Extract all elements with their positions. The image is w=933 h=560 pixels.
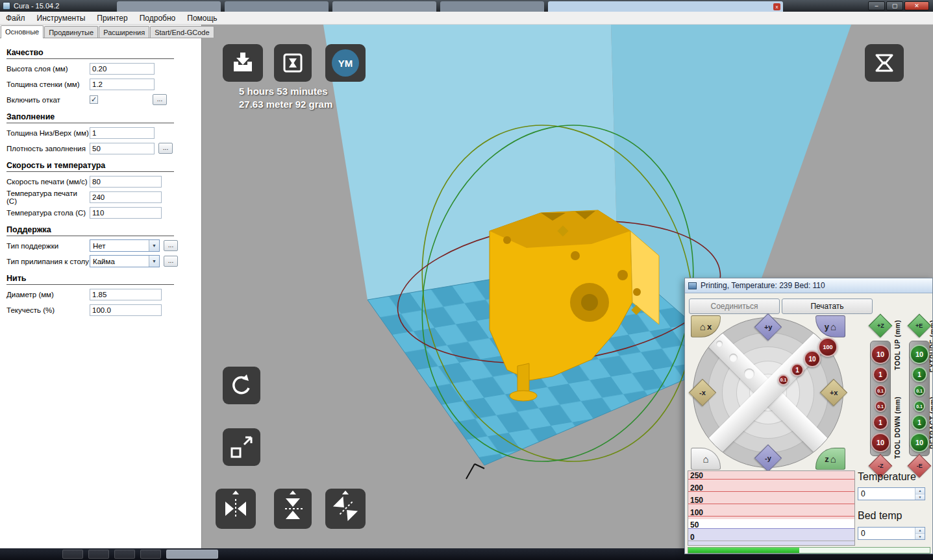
jog-hole <box>744 369 754 379</box>
scale-button[interactable] <box>223 428 260 466</box>
e-up-step-1[interactable]: 1 <box>912 367 927 382</box>
taskbar-item[interactable] <box>114 550 135 559</box>
temperature-input[interactable]: 0 ▲ ▼ <box>858 487 925 500</box>
menu-item-printer[interactable]: Принтер <box>91 12 133 24</box>
setting-label: Высота слоя (мм) <box>6 65 90 73</box>
z-up-step-1[interactable]: 1 <box>873 367 888 382</box>
support-type-select[interactable]: Нет ▼ <box>90 239 160 252</box>
menu-item-help[interactable]: Помощь <box>181 12 223 24</box>
print-temperature-input[interactable] <box>90 191 162 203</box>
save-toolpath-button[interactable] <box>274 44 312 82</box>
z-up-step-10[interactable]: 10 <box>871 345 890 364</box>
rotate-icon <box>229 373 254 398</box>
spin-up-icon[interactable]: ▲ <box>915 488 925 494</box>
menu-item-tools[interactable]: Инструменты <box>31 12 92 24</box>
tab-basic[interactable]: Основные <box>1 25 44 38</box>
tab-advanced[interactable]: Продвинутые <box>44 26 98 38</box>
e-up-label: +E <box>915 323 923 329</box>
jog-home-all-button[interactable]: ⌂ <box>691 448 721 470</box>
extrude-button[interactable]: +E <box>908 314 932 338</box>
jog-home-y-button[interactable]: y⌂ <box>815 315 845 337</box>
spin-down-icon[interactable]: ▼ <box>915 533 925 540</box>
home-icon: ⌂ <box>830 454 836 465</box>
tab-plugins[interactable]: Расширения <box>99 26 149 38</box>
extrude-label: EXTRUDE (mm) <box>929 320 933 372</box>
wall-thickness-input[interactable] <box>90 79 155 90</box>
setting-label: Включить откат <box>6 96 90 104</box>
z-up-step-0-1[interactable]: 0.1 <box>875 385 886 396</box>
spin-up-icon[interactable]: ▲ <box>915 528 925 533</box>
platform-adhesion-select[interactable]: Кайма ▼ <box>90 255 160 267</box>
adhesion-more-button[interactable]: ... <box>164 256 178 267</box>
jog-pad[interactable]: 100 10 1 0.1 ⌂x y⌂ ⌂ z⌂ +y -y -x +x <box>693 317 843 468</box>
graph-line <box>688 504 854 504</box>
filament-diameter-input[interactable] <box>90 289 162 300</box>
bedtemp-spinner: ▲ ▼ <box>915 528 925 539</box>
maximize-button[interactable]: ▢ <box>886 1 903 10</box>
menu-item-expert[interactable]: Подробно <box>134 12 182 24</box>
background-browser-tab[interactable] <box>332 1 436 12</box>
background-browser-tab[interactable] <box>225 1 329 12</box>
retraction-more-button[interactable]: ... <box>153 94 167 105</box>
print-speed-input[interactable] <box>90 176 162 188</box>
graph-tick-150: 150 <box>690 496 703 505</box>
screen: Cura - 15.04.2 x – ▢ ✕ Файл Инструменты … <box>0 0 933 560</box>
jog-step-1[interactable]: 1 <box>791 363 804 376</box>
e-up-step-0-1[interactable]: 0.1 <box>914 385 925 396</box>
background-browser-tab[interactable] <box>440 1 544 12</box>
section-title-fill: Заполнение <box>6 112 174 123</box>
jog-hole <box>716 341 723 347</box>
bed-temperature-input[interactable] <box>90 207 162 219</box>
minimize-button[interactable]: – <box>868 1 885 10</box>
menu-item-file[interactable]: Файл <box>0 12 31 24</box>
spin-down-icon[interactable]: ▼ <box>915 494 925 500</box>
taskbar-item[interactable] <box>88 550 109 559</box>
mirror-y-button[interactable] <box>274 489 312 529</box>
e-up-step-10[interactable]: 10 <box>910 345 929 364</box>
tab-start-end-gcode[interactable]: Start/End-GCode <box>150 26 214 38</box>
z-down-step-10[interactable]: 10 <box>871 433 890 452</box>
mirror-z-button[interactable] <box>325 489 366 529</box>
setting-row: Высота слоя (мм) <box>6 62 195 75</box>
load-model-button[interactable] <box>223 44 263 82</box>
z-down-step-1[interactable]: 1 <box>873 415 888 430</box>
layer-height-input[interactable] <box>90 63 155 75</box>
section-title-support: Поддержка <box>6 225 174 236</box>
mirror-z-icon <box>329 493 362 526</box>
jog-step-0-1[interactable]: 0.1 <box>778 374 789 385</box>
rotate-button[interactable] <box>223 367 260 404</box>
youmagine-button[interactable]: YM <box>325 44 366 82</box>
mirror-x-button[interactable] <box>216 489 256 529</box>
bottom-top-thickness-input[interactable] <box>90 127 155 139</box>
bedtemp-input[interactable]: 0 ▲ ▼ <box>858 527 925 540</box>
filament-flow-input[interactable] <box>90 304 162 316</box>
graph-line <box>688 479 854 480</box>
background-browser-tab[interactable]: x <box>548 1 783 12</box>
fill-more-button[interactable]: ... <box>158 143 173 154</box>
support-more-button[interactable]: ... <box>164 240 178 251</box>
e-down-step-1[interactable]: 1 <box>912 415 927 430</box>
graph-tick-0: 0 <box>690 533 695 542</box>
taskbar-item[interactable] <box>62 550 83 559</box>
taskbar-item[interactable] <box>166 550 218 559</box>
bedtemp-label: Bed temp <box>858 510 902 522</box>
jog-home-z-button[interactable]: z⌂ <box>815 448 845 470</box>
fill-density-input[interactable] <box>90 143 155 154</box>
retraction-checkbox[interactable]: ✓ <box>90 95 98 104</box>
taskbar-item[interactable] <box>140 550 161 559</box>
connect-button[interactable]: Соединиться <box>689 298 780 314</box>
view-mode-button[interactable] <box>865 44 904 82</box>
setting-row: Плотность заполнения ... <box>6 142 195 154</box>
jog-home-x-button[interactable]: ⌂x <box>691 315 721 337</box>
z-up-button[interactable]: +Z <box>869 314 893 338</box>
print-button[interactable]: Печатать <box>782 298 873 314</box>
tab-close-icon[interactable]: x <box>773 3 780 10</box>
background-browser-tab[interactable] <box>117 1 221 12</box>
jog-step-100[interactable]: 100 <box>818 337 838 357</box>
close-button[interactable]: ✕ <box>904 1 929 10</box>
jog-step-10[interactable]: 10 <box>804 350 821 367</box>
chevron-down-icon: ▼ <box>149 256 159 267</box>
e-down-step-10[interactable]: 10 <box>910 433 929 452</box>
e-down-step-0-1[interactable]: 0.1 <box>914 400 925 412</box>
z-down-step-0-1[interactable]: 0.1 <box>875 400 886 412</box>
